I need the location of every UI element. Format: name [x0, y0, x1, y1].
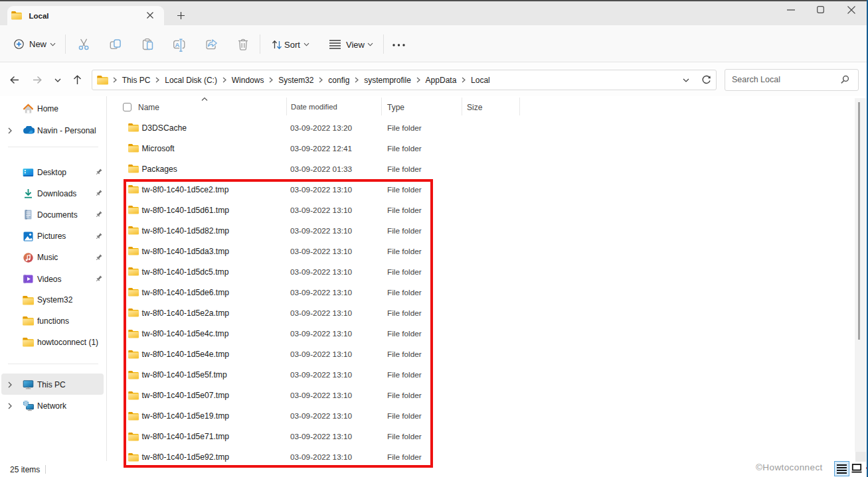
svg-text:A: A	[175, 41, 179, 48]
